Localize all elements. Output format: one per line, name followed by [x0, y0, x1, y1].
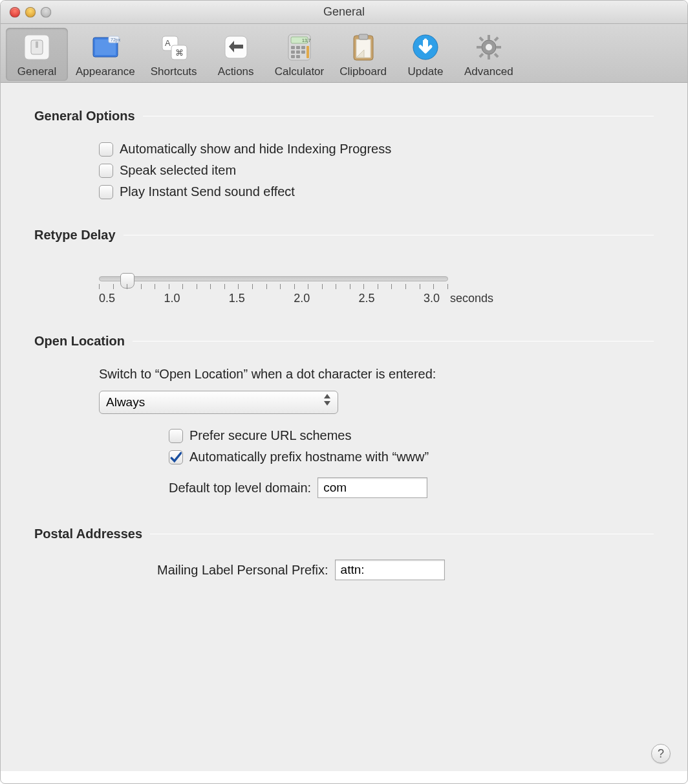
svg-rect-18: [291, 50, 295, 54]
switch-icon: [20, 30, 54, 64]
check-row-speak-selected[interactable]: Speak selected item: [99, 163, 654, 178]
field-row-tld: Default top level domain:: [99, 477, 654, 498]
prefix-label: Mailing Label Personal Prefix:: [157, 563, 328, 578]
svg-rect-34: [478, 36, 484, 41]
svg-rect-15: [291, 46, 295, 49]
check-label: Speak selected item: [120, 163, 236, 178]
calculator-icon: 13,7: [283, 30, 316, 64]
checkbox[interactable]: [99, 185, 113, 199]
svg-text:72px: 72px: [111, 38, 121, 43]
svg-point-38: [486, 44, 492, 50]
section-header-general-options: General Options: [34, 109, 654, 124]
slider-tick-label: 1.5: [229, 292, 294, 305]
toolbar-label: Advanced: [464, 65, 513, 78]
checkbox[interactable]: [169, 450, 183, 464]
svg-rect-23: [306, 46, 309, 58]
traffic-lights: [10, 7, 51, 17]
divider: [133, 341, 654, 342]
check-row-indexing-progress[interactable]: Automatically show and hide Indexing Pro…: [99, 142, 654, 157]
svg-text:⌘: ⌘: [175, 48, 184, 58]
select-value: Always: [106, 395, 145, 409]
toolbar-label: Calculator: [275, 65, 325, 78]
check-row-play-sound[interactable]: Play Instant Send sound effect: [99, 184, 654, 199]
svg-rect-37: [494, 53, 499, 58]
svg-rect-16: [296, 46, 300, 49]
divider: [124, 235, 654, 235]
toolbar-tab-clipboard[interactable]: Clipboard: [332, 28, 394, 81]
divider: [150, 534, 654, 534]
toolbar-tab-appearance[interactable]: 72px Appearance: [68, 28, 143, 81]
minimize-window-button[interactable]: [25, 7, 36, 17]
svg-text:13,7: 13,7: [302, 38, 311, 43]
slider-tick-label: 1.0: [164, 292, 228, 305]
open-location-description: Switch to “Open Location” when a dot cha…: [99, 367, 654, 382]
zoom-window-button[interactable]: [41, 7, 51, 17]
toolbar-label: Clipboard: [339, 65, 387, 78]
mailing-prefix-input[interactable]: [335, 560, 445, 580]
svg-rect-26: [359, 34, 368, 39]
toolbar-tab-actions[interactable]: Actions: [205, 28, 267, 81]
svg-rect-32: [477, 46, 482, 49]
titlebar: General: [1, 1, 687, 24]
shortcuts-icon: A ⌘: [157, 30, 191, 64]
svg-rect-36: [478, 53, 484, 58]
svg-rect-22: [296, 55, 300, 58]
update-icon: [409, 30, 442, 64]
slider-tick-label: 2.5: [359, 292, 424, 305]
toolbar-tab-shortcuts[interactable]: A ⌘ Shortcuts: [143, 28, 205, 81]
toolbar-label: Appearance: [76, 65, 135, 78]
section-header-open-location: Open Location: [34, 334, 654, 349]
svg-rect-31: [488, 54, 490, 60]
preferences-pane: General Options Automatically show and h…: [1, 83, 687, 771]
window-title: General: [1, 5, 687, 19]
toolbar-label: Shortcuts: [151, 65, 197, 78]
check-label: Automatically prefix hostname with “www”: [189, 450, 429, 464]
open-location-select[interactable]: Always: [99, 391, 338, 414]
section-title: Retype Delay: [34, 228, 116, 243]
svg-rect-30: [488, 35, 490, 40]
slider-tick-label: 3.0: [424, 292, 440, 305]
check-label: Automatically show and hide Indexing Pro…: [120, 142, 391, 157]
tld-input[interactable]: [317, 477, 427, 498]
clipboard-icon: [347, 30, 380, 64]
toolbar-label: General: [17, 65, 56, 78]
check-row-prefix-www[interactable]: Automatically prefix hostname with “www”: [99, 450, 654, 464]
appearance-icon: 72px: [89, 30, 122, 64]
preferences-toolbar: General 72px Appearance A ⌘ Shortcuts: [1, 24, 687, 83]
svg-rect-17: [301, 46, 305, 49]
toolbar-label: Update: [408, 65, 444, 78]
svg-rect-21: [291, 55, 295, 58]
check-label: Prefer secure URL schemes: [189, 428, 351, 443]
slider-labels: 0.5 1.0 1.5 2.0 2.5 3.0 seconds: [99, 292, 493, 305]
check-row-prefer-secure[interactable]: Prefer secure URL schemes: [99, 428, 654, 443]
actions-icon: [219, 30, 253, 64]
toolbar-tab-advanced[interactable]: Advanced: [457, 28, 521, 81]
tld-label: Default top level domain:: [169, 481, 311, 495]
divider: [143, 116, 654, 116]
checkbox[interactable]: [99, 142, 113, 157]
toolbar-tab-update[interactable]: Update: [394, 28, 457, 81]
help-icon: ?: [658, 747, 664, 761]
close-window-button[interactable]: [10, 7, 20, 17]
help-button[interactable]: ?: [651, 744, 671, 763]
retype-delay-slider[interactable]: [99, 276, 448, 281]
section-title: Postal Addresses: [34, 527, 142, 541]
section-title: General Options: [34, 109, 135, 124]
checkbox[interactable]: [99, 164, 113, 178]
slider-unit-label: seconds: [450, 292, 493, 305]
gear-icon: [472, 30, 506, 64]
updown-arrows-icon: [322, 394, 332, 406]
section-header-retype-delay: Retype Delay: [34, 228, 654, 243]
toolbar-tab-calculator[interactable]: 13,7 Calculator: [267, 28, 332, 81]
toolbar-tab-general[interactable]: General: [6, 28, 68, 81]
svg-text:A: A: [165, 38, 171, 48]
toolbar-label: Actions: [218, 65, 254, 78]
check-label: Play Instant Send sound effect: [120, 184, 295, 199]
checkbox[interactable]: [169, 429, 183, 443]
section-title: Open Location: [34, 334, 125, 349]
svg-rect-2: [36, 41, 38, 48]
field-row-prefix: Mailing Label Personal Prefix:: [99, 560, 654, 580]
svg-rect-19: [296, 50, 300, 54]
slider-tick-label: 2.0: [294, 292, 358, 305]
svg-rect-35: [494, 36, 499, 41]
